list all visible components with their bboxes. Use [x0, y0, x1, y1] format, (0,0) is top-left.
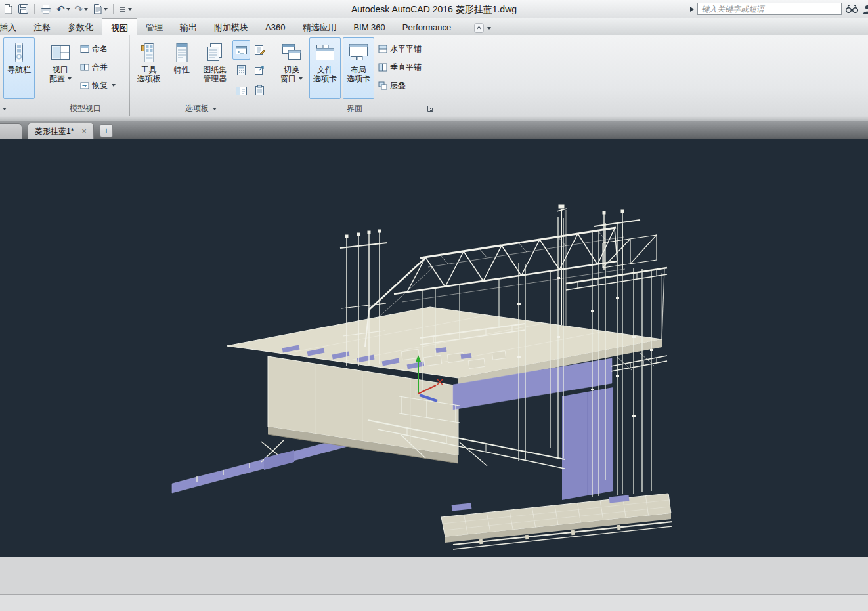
sign-in-button[interactable]	[862, 4, 868, 14]
panel-viewport-tools: 导航栏	[0, 35, 41, 116]
external-references-button[interactable]	[251, 60, 269, 80]
command-window-icon	[235, 44, 248, 56]
cascade-button[interactable]: 层叠	[376, 77, 423, 93]
tab-insert[interactable]: 插入	[0, 18, 25, 35]
viewport-config-button[interactable]: 视口 配置	[45, 37, 76, 99]
visual-styles-button[interactable]	[251, 81, 269, 100]
palettes-flyout-caret-icon	[213, 108, 217, 110]
properties-palette-button[interactable]: 特性	[166, 37, 197, 99]
panel-label-interface[interactable]: 界面	[272, 102, 437, 116]
redo-dropdown-caret-icon[interactable]	[84, 8, 88, 11]
file-tab-active[interactable]: 菱形挂蓝1* ×	[28, 123, 94, 139]
tab-manage[interactable]: 管理	[137, 18, 171, 35]
properties-label: 特性	[174, 65, 190, 74]
redo-icon: ↷	[75, 4, 83, 14]
status-bar	[0, 595, 868, 611]
viewport-config-caret-icon	[68, 77, 72, 80]
save-icon	[18, 3, 29, 14]
panel-palettes: 工具 选项板 特性 图纸集 管理器	[130, 35, 272, 116]
viewport-config-label-line1: 视口	[53, 65, 68, 74]
tab-featured-apps[interactable]: 精选应用	[293, 18, 345, 35]
plot-icon	[93, 3, 102, 14]
tile-vertically-button[interactable]: 垂直平铺	[376, 59, 423, 75]
external-references-icon	[253, 64, 266, 76]
tab-annotate[interactable]: 注释	[25, 18, 59, 35]
tile-horizontally-button[interactable]: 水平平铺	[376, 41, 423, 56]
named-viewports-label: 命名	[92, 43, 108, 54]
model-viewports-label-text: 模型视口	[70, 103, 101, 114]
undo-icon: ↶	[56, 4, 65, 14]
switch-windows-button[interactable]: 切换 窗口	[276, 37, 307, 99]
tab-performance[interactable]: Performance	[394, 18, 460, 35]
design-center-button[interactable]	[232, 81, 250, 100]
tab-output[interactable]: 输出	[171, 18, 206, 35]
plot-dropdown-caret-icon[interactable]	[104, 8, 108, 11]
printer-icon	[40, 4, 52, 14]
file-tab-close-icon[interactable]: ×	[81, 127, 87, 135]
quickcalc-button[interactable]	[232, 60, 250, 80]
redo-button[interactable]: ↷	[74, 2, 90, 16]
viewport-config-icon	[51, 44, 70, 62]
restore-viewports-label: 恢复	[92, 80, 108, 91]
drawing-canvas[interactable]	[0, 139, 868, 557]
save-button[interactable]	[16, 2, 30, 16]
visual-styles-icon	[253, 85, 266, 96]
file-tabs-toggle-button[interactable]: 文件 选项卡	[309, 37, 341, 99]
tab-view[interactable]: 视图	[102, 18, 137, 35]
new-file-button[interactable]	[2, 2, 14, 16]
panel-label-viewport-tools[interactable]	[0, 102, 41, 116]
cascade-icon	[378, 81, 387, 90]
ribbon-empty-space	[437, 35, 868, 116]
undo-dropdown-caret-icon[interactable]	[66, 8, 70, 11]
markup-set-manager-button[interactable]	[251, 40, 269, 60]
search-binoculars-button[interactable]	[845, 4, 859, 14]
join-viewports-icon	[80, 63, 89, 72]
file-tab-partial[interactable]	[0, 123, 22, 139]
quick-access-toolbar: ↶ ↷	[0, 2, 133, 16]
navigation-bar-toggle-button[interactable]: 导航栏	[3, 37, 35, 99]
named-viewports-button[interactable]: 命名	[78, 41, 118, 56]
tile-vertically-label: 垂直平铺	[390, 62, 422, 73]
tab-bim360[interactable]: BIM 360	[345, 18, 393, 35]
tile-vertical-icon	[378, 63, 387, 72]
command-line-area[interactable]	[0, 557, 868, 595]
design-center-icon	[235, 85, 248, 96]
ribbon-minimize-icon[interactable]	[474, 23, 484, 33]
tile-horizontally-label: 水平平铺	[390, 43, 422, 54]
panel-flyout-caret-icon	[3, 108, 7, 110]
plot-button[interactable]	[91, 2, 109, 16]
named-viewports-icon	[80, 45, 89, 53]
command-window-button[interactable]	[232, 40, 250, 60]
switch-windows-label-line1: 切换	[284, 65, 299, 74]
tab-a360[interactable]: A360	[257, 18, 293, 35]
restore-viewports-button[interactable]: 恢复	[78, 77, 118, 93]
palettes-label-text: 选项板	[185, 103, 209, 114]
new-drawing-tab-button[interactable]: +	[100, 124, 113, 137]
ribbon-minimize-caret-icon[interactable]	[487, 27, 491, 30]
palette-small-buttons	[232, 37, 269, 102]
panel-dialog-launcher-icon[interactable]	[427, 105, 434, 112]
infocenter-collapse-icon[interactable]	[690, 7, 694, 12]
join-viewports-button[interactable]: 合并	[78, 59, 118, 75]
viewport-config-label-line2: 配置	[49, 74, 65, 83]
undo-button[interactable]: ↶	[55, 2, 72, 16]
ribbon-bottom-edge	[0, 116, 868, 121]
file-tabs-label-line1: 文件	[317, 65, 333, 74]
infocenter-search-input[interactable]	[697, 3, 842, 15]
tool-palettes-button[interactable]: 工具 选项板	[133, 37, 164, 99]
sheet-set-manager-button[interactable]: 图纸集 管理器	[200, 37, 230, 99]
layout-tabs-toggle-button[interactable]: 布局 选项卡	[343, 37, 374, 99]
ribbon: 导航栏 视口 配置 命名 合并	[0, 35, 868, 116]
panel-label-palettes[interactable]: 选项板	[130, 102, 272, 116]
tab-parametric[interactable]: 参数化	[59, 18, 102, 35]
file-tabs-toggle-icon	[315, 43, 335, 62]
panel-label-model-viewports[interactable]: 模型视口	[41, 102, 129, 116]
interface-label-text: 界面	[347, 103, 362, 114]
cascade-label: 层叠	[390, 80, 406, 91]
file-tab-bar: 菱形挂蓝1* × +	[0, 121, 868, 139]
tab-addins[interactable]: 附加模块	[206, 18, 257, 35]
customize-caret-icon	[128, 8, 132, 11]
print-button[interactable]	[39, 2, 53, 16]
switch-windows-icon	[282, 43, 301, 62]
customize-qat-button[interactable]	[118, 2, 133, 16]
